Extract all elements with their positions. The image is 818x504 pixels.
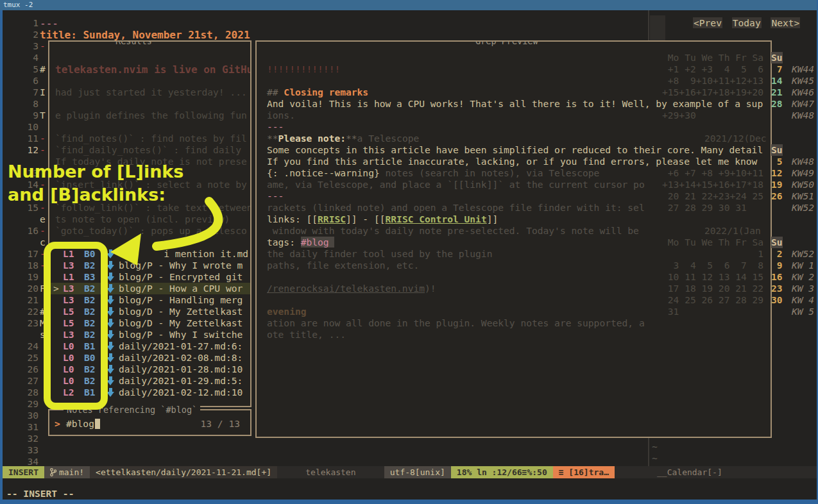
link-rrisc-control-unit[interactable]: RRISC Control Unit	[386, 214, 487, 224]
mode-indicator: INSERT	[3, 466, 44, 478]
calendar-week-number: KW48	[792, 110, 814, 121]
preview-text: ---	[267, 190, 284, 201]
results-row[interactable]: L0B0daily/2021-02-08.md:8:	[49, 352, 250, 364]
calendar-sunday-header: Su	[771, 237, 783, 248]
tilde: ~	[652, 441, 658, 453]
calendar-day[interactable]: 21	[771, 87, 783, 98]
results-row[interactable]: L0B2daily/2021-01-28.md:10	[49, 364, 250, 375]
results-row[interactable]: L3B2blog/P - Why I wrote m	[49, 260, 250, 271]
calendar-ghost-days: 3 4 5 6 7 8	[662, 260, 763, 271]
results-row[interactable]: L0B2daily/2021-01-29.md:5:	[49, 375, 250, 387]
calendar-statusline: __Calendar[-]	[648, 466, 817, 478]
prompt-window-title: Notes referencing `#blog`	[64, 404, 200, 416]
calendar-week-number: KW46	[792, 87, 814, 98]
calendar-day[interactable]: 23	[771, 283, 783, 294]
link-telekasten-repo[interactable]: /renerocksai/telekasten.nvim	[267, 283, 425, 294]
git-branch-segment: main!	[44, 466, 90, 478]
calendar-ghost-days: Mo Tu We Th Fr Sa	[662, 52, 763, 63]
calendar-day[interactable]: 14	[771, 75, 783, 87]
calendar-day[interactable]: 2	[771, 248, 783, 260]
tag-blog[interactable]: #blog	[301, 237, 335, 248]
filename-segment: <ettelkasten/daily/2021-11-21.md[+]	[90, 466, 277, 478]
calendar-ghost-days: 31	[662, 306, 679, 317]
preview-text: ]] - [[	[346, 214, 386, 224]
calendar-day[interactable]: 30	[771, 294, 783, 306]
calendar-week-number: KW44	[792, 63, 814, 75]
calendar-day[interactable]: 5	[771, 156, 783, 167]
calendar-day[interactable]: 7	[771, 63, 783, 75]
text-cursor	[95, 419, 100, 429]
preview-text: !!!!!!!!!!!!!	[267, 63, 340, 74]
calendar-week-number: KW 5	[792, 306, 814, 317]
calendar-day[interactable]: 26	[771, 190, 783, 202]
calendar-nav: <Prev Today Next>	[693, 17, 800, 29]
preview-text: rackets (linked note) and open a Telesco…	[267, 202, 645, 213]
calendar-ghost-days: 24 25 26 27 28 29	[662, 294, 763, 306]
download-arrow-icon	[107, 365, 115, 374]
calendar-ghost-days: +13+14+15+16+17*18	[662, 179, 763, 190]
preview-text: tags:	[267, 237, 301, 248]
calendar-week-number: KW 1	[792, 260, 814, 271]
calendar-next-button[interactable]: Next>	[771, 17, 800, 28]
buffer-title-line: title: Sunday, November 21st, 2021	[40, 29, 250, 41]
results-row[interactable]: L5B2blog/D - My Zettelkast	[49, 317, 250, 329]
download-arrow-icon	[107, 376, 115, 385]
download-arrow-icon	[107, 353, 115, 362]
buffer-indicator-segment[interactable]: ≡ [16]tra…	[553, 466, 615, 478]
calendar-day[interactable]: 28	[771, 98, 783, 110]
calendar-day[interactable]: 19	[771, 179, 783, 190]
download-arrow-icon	[107, 342, 115, 351]
command-line-mode-text: -- INSERT --	[6, 488, 74, 500]
calendar-week-number: KW48	[792, 156, 814, 167]
results-row[interactable]: L3B2blog/P - Handling merg	[49, 294, 250, 306]
results-row[interactable]: L5B2blog/D - My Zettelkast	[49, 306, 250, 317]
download-arrow-icon	[107, 307, 115, 316]
results-row[interactable]: L2B1daily/2021-02-12.md:10	[49, 387, 250, 398]
calendar-ghost-days: 27 28 29 30 31	[662, 202, 747, 214]
calendar-ghost-days: 17 18 19 20 21 22	[662, 283, 763, 294]
download-arrow-icon	[107, 249, 115, 258]
preview-text: evening	[267, 306, 307, 317]
results-ghost-text: had just started it yesterday! ... e plu…	[55, 63, 251, 237]
calendar-sunday-header: Su	[771, 144, 783, 156]
preview-text: {: .notice--warning}	[267, 167, 380, 178]
download-arrow-icon	[107, 319, 115, 328]
cursor-line-number: 12	[19, 144, 38, 156]
calendar-week-number: KW51	[792, 190, 814, 202]
download-arrow-icon	[107, 388, 115, 397]
calendar-ghost-days: +8 9+10+11+12+13	[662, 75, 763, 87]
calendar-day[interactable]: 12	[771, 167, 783, 179]
preview-text: )!	[425, 283, 436, 294]
preview-text: window with today's daily note pre-selec…	[267, 225, 639, 236]
calendar-prev-button[interactable]: <Prev	[693, 17, 722, 28]
calendar-ghost-days: Mo Tu We Th Fr Sa	[662, 237, 763, 248]
preview-text: ote title, ...	[267, 329, 346, 340]
terminal: 1 2 3 4 5 6 7 8 9 10 11 12 13 14 15 16 1…	[3, 10, 817, 500]
preview-text: Please note:	[278, 133, 346, 144]
preview-text: ions.	[267, 110, 295, 121]
results-counter: 13 / 13	[200, 418, 240, 430]
calendar-day[interactable]: 9	[771, 260, 783, 271]
results-row[interactable]: L1B3blog/P - Encrypted git	[49, 271, 250, 283]
results-row[interactable]: L1B0 i mention it.md:8:	[49, 248, 250, 260]
calendar-day[interactable]: 16	[771, 271, 783, 283]
link-rrisc[interactable]: RRISC	[318, 214, 346, 224]
results-window-title: Results	[112, 40, 155, 47]
calendar-week-number: KW50	[792, 179, 814, 190]
prompt-window: Notes referencing `#blog` > #blog 13 / 1…	[48, 409, 251, 436]
tmux-title: tmux -2	[3, 1, 33, 9]
results-row[interactable]: >L3B2blog/P - How a CPU wor	[49, 283, 250, 294]
results-window: Results had just started it yesterday! .…	[48, 40, 251, 407]
results-row[interactable]: L0B1daily/2021-01-27.md:6:	[49, 340, 250, 352]
encoding-segment: utf-8[unix]	[384, 466, 451, 478]
preview-text: ation are now all done in the plugin. We…	[267, 317, 645, 328]
preview-text: ]]	[487, 214, 498, 224]
download-arrow-icon	[107, 273, 115, 281]
preview-text: links: [[	[267, 214, 318, 224]
calendar-ghost-days: +15+16+17+18+19+20	[662, 87, 763, 98]
tilde: ~	[652, 453, 658, 464]
buffer-frontmatter-delimiter: ---	[40, 17, 58, 29]
calendar-today-button[interactable]: Today	[732, 17, 762, 28]
calendar-week-number: KW 3	[792, 283, 814, 294]
results-row[interactable]: L3B2blog/P - Why I switche	[49, 329, 250, 340]
